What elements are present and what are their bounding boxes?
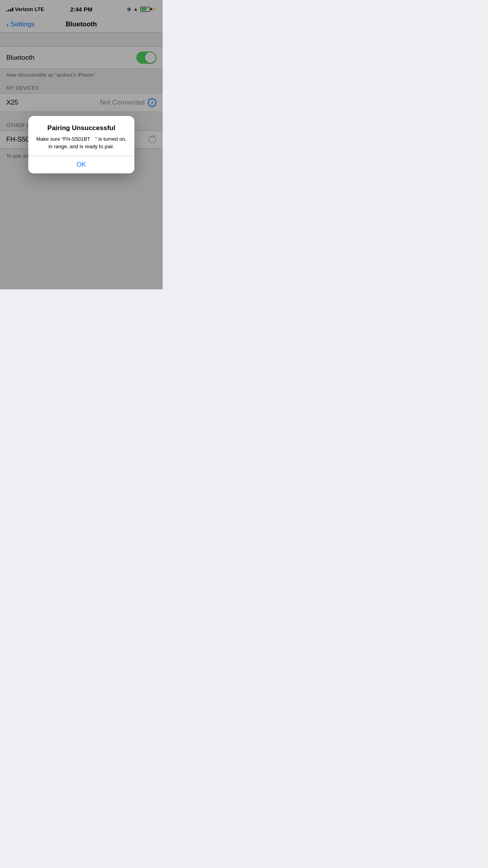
alert-buttons: OK	[28, 156, 134, 173]
alert-title: Pairing Unsuccessful	[35, 124, 128, 132]
alert-message: Make sure “FH-S501BT ” is turned on, in …	[35, 136, 128, 150]
alert-content: Pairing Unsuccessful Make sure “FH-S501B…	[28, 116, 134, 155]
alert-ok-button[interactable]: OK	[28, 156, 134, 173]
alert-dialog: Pairing Unsuccessful Make sure “FH-S501B…	[28, 116, 134, 173]
modal-overlay: Pairing Unsuccessful Make sure “FH-S501B…	[0, 0, 163, 289]
